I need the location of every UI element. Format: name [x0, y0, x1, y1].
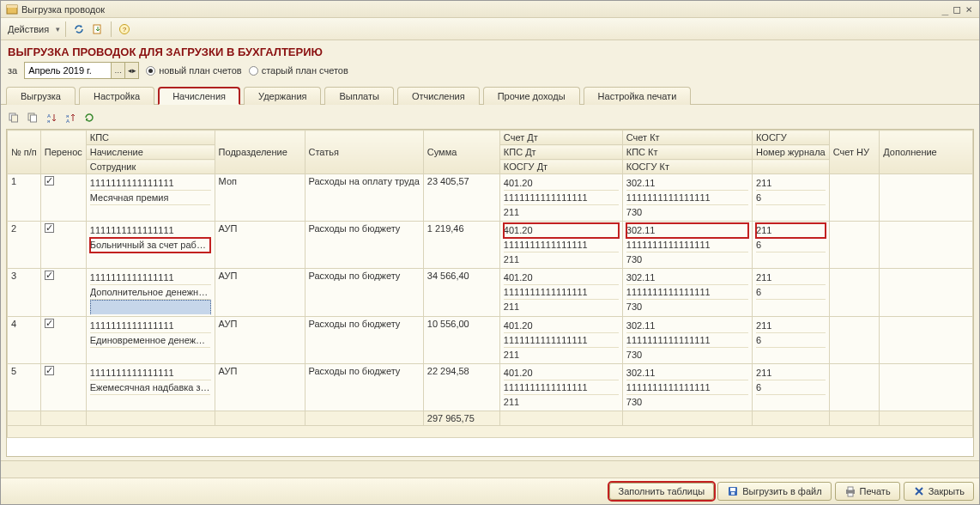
- radio-new-plan[interactable]: новый план счетов: [146, 65, 242, 76]
- printer-icon: [844, 485, 856, 497]
- export-icon[interactable]: [90, 21, 106, 37]
- save-icon: [727, 485, 739, 497]
- checkbox-icon[interactable]: [45, 366, 54, 375]
- col-dt[interactable]: Счет Дт: [499, 131, 622, 145]
- col-journal[interactable]: Номер журнала: [753, 145, 830, 160]
- tab-deductions[interactable]: Удержания: [244, 87, 321, 105]
- cell-unit: АУП: [215, 222, 305, 269]
- cell-kps[interactable]: 1111111111111111Ежемесячная надбавка за …: [86, 364, 215, 411]
- grid-toolbar: Aя яA: [6, 108, 974, 129]
- tab-print-settings[interactable]: Настройка печати: [584, 87, 692, 105]
- close-button[interactable]: Закрыть: [904, 482, 974, 501]
- cell-addition: [880, 174, 973, 222]
- cell-number: 4: [8, 317, 41, 364]
- table-row[interactable]: 11111111111111111Месячная премияМопРасхо…: [8, 174, 973, 222]
- cell-transfer[interactable]: [40, 222, 86, 269]
- checkbox-icon[interactable]: [45, 319, 54, 328]
- cell-kt: 302.111111111111111111730: [622, 222, 752, 269]
- radio-icon: [249, 66, 258, 76]
- sort-asc-icon[interactable]: Aя: [44, 110, 59, 125]
- tab-export[interactable]: Выгрузка: [6, 87, 76, 105]
- cell-unit: АУП: [215, 364, 305, 411]
- cell-article: Расходы на оплату труда: [305, 174, 423, 222]
- page-title: ВЫГРУЗКА ПРОВОДОК ДЛЯ ЗАГРУЗКИ В БУХГАЛТ…: [1, 40, 979, 60]
- col-kosgu-kt[interactable]: КОСГУ Кт: [622, 160, 752, 174]
- maximize-button[interactable]: □: [952, 3, 962, 15]
- radio-old-plan[interactable]: старый план счетов: [249, 65, 348, 76]
- refresh-icon[interactable]: [71, 21, 87, 37]
- col-sum[interactable]: Сумма: [423, 131, 499, 174]
- reload-icon[interactable]: [82, 110, 97, 125]
- table-row[interactable]: 31111111111111111Дополнительное денежное…: [8, 269, 973, 317]
- data-grid[interactable]: № п/п Перенос КПС Подразделение Статья С…: [6, 129, 974, 457]
- col-kt[interactable]: Счет Кт: [622, 131, 752, 145]
- copy-icon[interactable]: [6, 110, 21, 125]
- cell-transfer[interactable]: [40, 317, 86, 364]
- help-icon[interactable]: ?: [117, 21, 132, 37]
- col-kps[interactable]: КПС: [86, 131, 215, 145]
- cell-transfer[interactable]: [40, 269, 86, 317]
- export-label: Выгрузить в файл: [742, 486, 821, 496]
- fill-tables-button[interactable]: Заполнить таблицы: [609, 483, 715, 500]
- period-ellipsis[interactable]: …: [111, 63, 124, 78]
- print-button[interactable]: Печать: [835, 482, 900, 501]
- tab-settings[interactable]: Настройка: [79, 87, 154, 105]
- col-nu[interactable]: Счет НУ: [829, 131, 880, 174]
- col-transfer[interactable]: Перенос: [40, 131, 86, 174]
- checkbox-icon[interactable]: [45, 271, 54, 280]
- close-icon: [913, 485, 925, 497]
- cell-article: Расходы по бюджету: [305, 364, 423, 411]
- tab-other-income[interactable]: Прочие доходы: [483, 87, 580, 105]
- cell-nu: [829, 174, 880, 222]
- tab-payments[interactable]: Выплаты: [324, 87, 393, 105]
- tab-bar: Выгрузка Настройка Начисления Удержания …: [1, 84, 979, 105]
- table-row[interactable]: 21111111111111111Больничный за счет рабо…: [8, 222, 973, 269]
- col-unit[interactable]: Подразделение: [215, 131, 305, 174]
- col-number[interactable]: № п/п: [8, 131, 41, 174]
- sort-desc-icon[interactable]: яA: [63, 110, 78, 125]
- cell-unit: АУП: [215, 317, 305, 364]
- col-article[interactable]: Статья: [305, 131, 423, 174]
- table-row[interactable]: 41111111111111111Единовременное денежное…: [8, 317, 973, 364]
- export-file-button[interactable]: Выгрузить в файл: [717, 482, 831, 501]
- cell-kps[interactable]: 1111111111111111Больничный за счет работ…: [86, 222, 215, 269]
- col-kosgu[interactable]: КОСГУ: [753, 131, 830, 145]
- cell-kps[interactable]: 1111111111111111Месячная премия: [86, 174, 215, 222]
- actions-menu[interactable]: Действия: [4, 24, 52, 34]
- checkbox-icon[interactable]: [45, 176, 54, 186]
- minimize-button[interactable]: _: [941, 3, 951, 15]
- period-select[interactable]: … ◂▸: [24, 62, 139, 79]
- cell-number: 5: [8, 364, 41, 411]
- col-kpskt[interactable]: КПС Кт: [622, 145, 752, 160]
- cell-transfer[interactable]: [40, 364, 86, 411]
- close-label: Закрыть: [929, 486, 965, 496]
- col-accrual[interactable]: Начисление: [86, 145, 215, 160]
- cell-kps[interactable]: 1111111111111111Дополнительное денежное.…: [86, 269, 215, 317]
- period-step[interactable]: ◂▸: [124, 63, 138, 78]
- cell-transfer[interactable]: [40, 174, 86, 222]
- cell-kps[interactable]: 1111111111111111Единовременное денежное.…: [86, 317, 215, 364]
- cell-nu: [829, 269, 880, 317]
- print-label: Печать: [860, 486, 891, 496]
- cell-dt: 401.201111111111111111211: [499, 269, 622, 317]
- col-kpsdt[interactable]: КПС Дт: [499, 145, 622, 160]
- cell-sum: 10 556,00: [423, 317, 499, 364]
- paste-icon[interactable]: [25, 110, 40, 125]
- col-addition[interactable]: Дополнение: [880, 131, 973, 174]
- cell-addition: [880, 269, 973, 317]
- cell-dt: 401.201111111111111111211: [499, 222, 622, 269]
- checkbox-icon[interactable]: [45, 223, 54, 233]
- period-input[interactable]: [25, 63, 111, 78]
- svg-text:A: A: [66, 119, 70, 124]
- radio-new-label: новый план счетов: [159, 65, 242, 76]
- window-title: Выгрузка проводок: [21, 4, 105, 15]
- total-sum: 297 965,75: [423, 411, 499, 426]
- svg-rect-14: [730, 488, 735, 491]
- cell-kosgu: 2116: [753, 174, 830, 222]
- col-employee[interactable]: Сотрудник: [86, 160, 215, 174]
- col-kosgu-dt[interactable]: КОСГУ Дт: [499, 160, 622, 174]
- close-window-button[interactable]: ×: [964, 3, 974, 15]
- table-row[interactable]: 51111111111111111Ежемесячная надбавка за…: [8, 364, 973, 411]
- tab-contributions[interactable]: Отчисления: [397, 87, 480, 105]
- tab-accruals[interactable]: Начисления: [158, 87, 240, 105]
